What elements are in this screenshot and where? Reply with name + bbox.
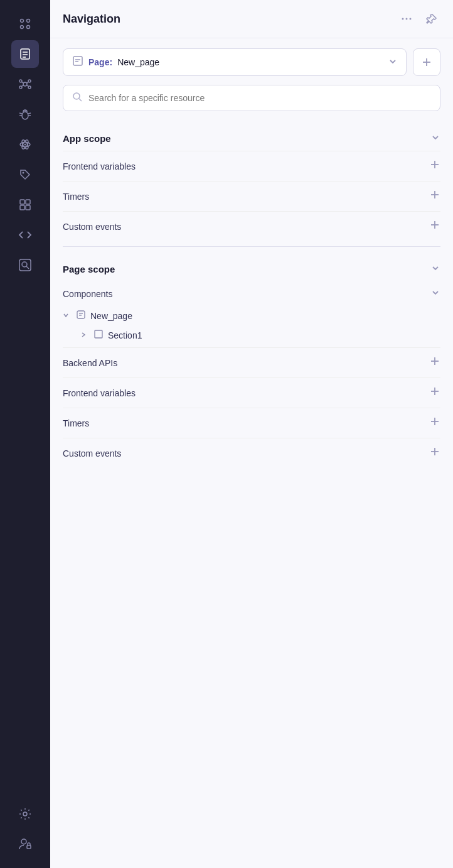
page-scope-section: Page scope Components (63, 257, 440, 468)
svg-point-1 (27, 19, 30, 23)
tag-icon[interactable] (11, 161, 39, 188)
components-label: Components (63, 289, 430, 299)
app-scope-section: App scope Frontend variables Timers (63, 126, 440, 241)
search-input[interactable] (88, 93, 431, 103)
svg-rect-30 (20, 205, 24, 210)
svg-point-35 (23, 812, 27, 816)
content-area: Page: New_page (50, 38, 453, 868)
svg-rect-57 (95, 330, 102, 338)
custom-events-item[interactable]: Custom events (63, 211, 440, 241)
page-frontend-variables-label: Frontend variables (63, 388, 429, 398)
add-page-button[interactable] (413, 48, 440, 76)
bug-icon[interactable] (11, 100, 39, 128)
svg-point-27 (23, 172, 24, 174)
components-header[interactable]: Components (63, 281, 440, 306)
svg-line-15 (22, 85, 24, 87)
add-frontend-variables-button[interactable] (429, 159, 440, 173)
tree-arrow-down-icon (63, 312, 72, 320)
svg-point-26 (24, 144, 26, 146)
page-frontend-variables-item[interactable]: Frontend variables (63, 377, 440, 408)
add-page-frontend-variables-button[interactable] (429, 386, 440, 400)
search-icon (72, 92, 82, 104)
svg-rect-32 (19, 259, 31, 271)
svg-rect-29 (26, 200, 30, 204)
network-icon[interactable] (11, 70, 39, 98)
page-custom-events-label: Custom events (63, 448, 429, 458)
backend-apis-label: Backend APIs (63, 358, 429, 368)
settings-icon[interactable] (11, 800, 39, 828)
tree-children: Section1 (63, 325, 440, 345)
svg-point-40 (410, 18, 412, 20)
svg-rect-28 (20, 200, 24, 204)
svg-line-18 (19, 113, 22, 114)
svg-line-14 (27, 82, 29, 84)
tree-section1-label: Section1 (108, 330, 142, 340)
svg-point-46 (73, 93, 80, 99)
svg-line-20 (28, 113, 31, 114)
pin-button[interactable] (423, 10, 440, 28)
backend-apis-item[interactable]: Backend APIs (63, 347, 440, 377)
add-backend-apis-button[interactable] (429, 355, 440, 370)
page-scope-title: Page scope (63, 264, 430, 274)
timers-item[interactable]: Timers (63, 181, 440, 211)
add-custom-events-button[interactable] (429, 219, 440, 234)
frontend-variables-item[interactable]: Frontend variables (63, 151, 440, 181)
add-timers-button[interactable] (429, 189, 440, 203)
svg-line-13 (22, 82, 24, 84)
tree-arrow-right-icon (80, 332, 89, 339)
code-icon[interactable] (11, 221, 39, 249)
svg-point-9 (19, 80, 22, 82)
frontend-variables-label: Frontend variables (63, 161, 429, 171)
tree-page-icon (75, 310, 87, 322)
svg-point-33 (22, 262, 27, 267)
svg-rect-31 (26, 205, 30, 210)
tree-item-section1[interactable]: Section1 (80, 325, 440, 345)
svg-rect-37 (27, 845, 31, 849)
nav-title: Navigation (63, 13, 398, 26)
page-dropdown[interactable]: Page: New_page (63, 48, 407, 76)
scope-divider (63, 246, 440, 247)
chevron-down-icon (388, 57, 397, 68)
svg-point-17 (22, 112, 28, 119)
page-scope-chevron-icon (430, 263, 440, 275)
page-dropdown-label: Page: (88, 57, 112, 67)
page-selector-row: Page: New_page (63, 48, 440, 76)
app-scope-header[interactable]: App scope (63, 126, 440, 151)
main-panel: Navigation (50, 0, 453, 868)
svg-point-12 (28, 86, 31, 89)
nav-header-actions (398, 10, 440, 28)
svg-rect-41 (73, 57, 82, 65)
search-box[interactable] (63, 85, 440, 111)
pages-icon[interactable] (11, 40, 39, 68)
search-view-icon[interactable] (11, 251, 39, 279)
app-scope-title: App scope (63, 133, 430, 144)
add-page-custom-events-button[interactable] (429, 446, 440, 460)
page-dropdown-icon (72, 55, 83, 69)
add-page-timers-button[interactable] (429, 416, 440, 430)
svg-point-36 (21, 839, 26, 844)
tree-new-page-label: New_page (90, 311, 132, 321)
svg-point-11 (19, 86, 22, 89)
tree-section-icon (93, 329, 104, 341)
grid-icon[interactable] (11, 10, 39, 38)
svg-point-0 (21, 19, 24, 23)
svg-line-34 (26, 266, 29, 269)
timers-label: Timers (63, 192, 429, 202)
more-options-button[interactable] (398, 10, 415, 28)
page-timers-label: Timers (63, 418, 429, 428)
page-timers-item[interactable]: Timers (63, 408, 440, 438)
page-scope-header[interactable]: Page scope (63, 257, 440, 281)
page-dropdown-value: New_page (117, 57, 159, 67)
page-custom-events-item[interactable]: Custom events (63, 438, 440, 468)
tree-item-new-page[interactable]: New_page (63, 306, 440, 325)
svg-point-2 (21, 26, 24, 29)
app-scope-chevron-icon (430, 133, 440, 144)
svg-point-3 (27, 26, 30, 29)
nav-header: Navigation (50, 0, 453, 38)
palette-icon[interactable] (11, 191, 39, 219)
custom-events-label: Custom events (63, 222, 429, 232)
user-lock-icon[interactable] (11, 830, 39, 858)
svg-line-16 (27, 85, 29, 87)
svg-line-47 (79, 99, 82, 101)
atom-icon[interactable] (11, 131, 39, 158)
